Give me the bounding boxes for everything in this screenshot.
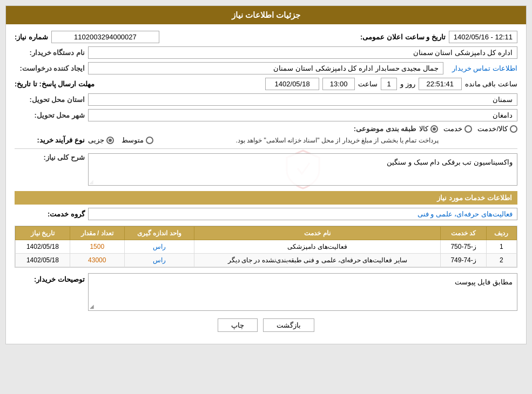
province-value: سمنان — [88, 93, 517, 106]
remaining-value: 22:51:41 — [419, 78, 462, 90]
back-button[interactable]: بازگشت — [263, 318, 314, 332]
category-khidmat-label: خدمت — [443, 125, 462, 133]
creator-label: ایجاد کننده درخواست: — [15, 64, 85, 72]
table-cell: 1 — [486, 240, 516, 254]
deadline-label: مهلت ارسال پاسخ: تا تاریخ: — [15, 80, 95, 88]
radio-minor-icon — [106, 137, 114, 144]
table-cell: 2 — [486, 254, 516, 267]
table-cell: 1402/05/18 — [16, 254, 70, 267]
category-kala-khidmat-label: کالا/خدمت — [477, 125, 508, 133]
purchase-medium: متوسط — [122, 136, 153, 144]
table-body: 1ز-75-750فعالیت‌های دامپزشکیراس15001402/… — [16, 240, 517, 267]
table-head: ردیف کد خدمت نام خدمت واحد اندازه گیری ت… — [16, 227, 517, 240]
time-value: 13:00 — [322, 78, 355, 90]
announce-group: 1402/05/16 - 12:11 تاریخ و ساعت اعلان عم… — [360, 31, 517, 43]
creator-value: جمال مجیدی حسابدار اداره کل دامپزشکی است… — [88, 62, 443, 74]
deadline-row: ساعت باقی مانده 22:51:41 روز و 1 ساعت 13… — [15, 78, 517, 90]
date-value: 1402/05/18 — [265, 78, 319, 90]
creator-row: اطلاعات تماس خریدار جمال مجیدی حسابدار ا… — [15, 62, 517, 74]
need-number-value: 1102003294000027 — [51, 31, 159, 43]
table-row: 2ز-74-749سایر فعالیت‌های حرفه‌ای، علمی و… — [16, 254, 517, 267]
table-cell: ز-74-749 — [441, 254, 486, 267]
announce-label: تاریخ و ساعت اعلان عمومی: — [360, 33, 446, 41]
purchase-type-label: نوع فرآیند خرید: — [15, 136, 85, 144]
announce-value: 1402/05/16 - 12:11 — [449, 31, 517, 43]
col-row-num: ردیف — [486, 227, 516, 240]
buttons-row: بازگشت چاپ — [15, 318, 517, 332]
service-group-link[interactable]: فعالیت‌های حرفه‌ای، علمی و فنی — [417, 210, 513, 218]
table-cell: راس — [124, 254, 194, 267]
content-area: 1402/05/16 - 12:11 تاریخ و ساعت اعلان عم… — [6, 24, 526, 344]
table-header-row: ردیف کد خدمت نام خدمت واحد اندازه گیری ت… — [16, 227, 517, 240]
table-cell: ز-75-750 — [441, 240, 486, 254]
services-table: ردیف کد خدمت نام خدمت واحد اندازه گیری ت… — [15, 226, 517, 267]
unit-link[interactable]: راس — [153, 243, 166, 250]
purchase-minor: جزیی — [88, 136, 114, 144]
remaining-label: ساعت باقی مانده — [465, 80, 517, 88]
time-label-text: ساعت — [358, 80, 378, 88]
col-code: کد خدمت — [441, 227, 486, 240]
buyer-desc-value: مطابق فایل پیوست — [455, 278, 513, 286]
category-khidmat: خدمت — [443, 125, 472, 133]
category-options: کالا/خدمت خدمت کالا — [419, 125, 517, 133]
need-description-label: شرح کلی نیاز: — [15, 153, 85, 161]
unit-link[interactable]: راس — [153, 256, 166, 264]
col-name: نام خدمت — [194, 227, 441, 240]
need-number-label: شماره نیاز: — [15, 33, 48, 41]
category-kala-khidmat: کالا/خدمت — [477, 125, 517, 133]
page-wrapper: جزئیات اطلاعات نیاز 1402/05/16 - 12:11 ت… — [0, 0, 532, 394]
service-group-row: فعالیت‌های حرفه‌ای، علمی و فنی گروه خدمت… — [15, 208, 517, 220]
need-description-row: واکسیناسیون تب برفکی دام سبک و سنگین ◢ ش… — [15, 153, 517, 186]
radio-kala-khidmat-icon — [510, 125, 517, 133]
contact-link[interactable]: اطلاعات تماس خریدار — [452, 64, 517, 72]
table-cell: سایر فعالیت‌های حرفه‌ای، علمی و فنی طبقه… — [194, 254, 441, 267]
buyer-org-label: نام دستگاه خریدار: — [15, 49, 85, 57]
category-label: طبقه بندی موضوعی: — [346, 125, 416, 133]
col-unit: واحد اندازه گیری — [124, 227, 194, 240]
buyer-org-row: اداره کل دامپزشکی استان سمنان نام دستگاه… — [15, 46, 517, 59]
purchase-note: پرداخت تمام یا بخشی از مبلغ خریدار از مح… — [157, 137, 517, 144]
purchase-options: متوسط جزیی — [88, 136, 153, 144]
category-row: کالا/خدمت خدمت کالا طبقه بندی موضوعی: — [15, 125, 517, 133]
table-cell: 1402/05/18 — [16, 240, 70, 254]
purchase-type-row: پرداخت تمام یا بخشی از مبلغ خریدار از مح… — [15, 136, 517, 144]
province-label: استان محل تحویل: — [15, 96, 85, 104]
main-container: جزئیات اطلاعات نیاز 1402/05/16 - 12:11 ت… — [5, 5, 527, 344]
days-value: 1 — [381, 78, 397, 90]
table-cell: 1500 — [70, 240, 124, 254]
buyer-org-value: اداره کل دامپزشکی استان سمنان — [88, 46, 517, 59]
purchase-minor-label: جزیی — [88, 136, 104, 144]
buyer-desc-label: توصیحات خریدار: — [15, 273, 85, 283]
need-desc-container: واکسیناسیون تب برفکی دام سبک و سنگین ◢ — [88, 153, 517, 186]
col-date: تاریخ نیاز — [16, 227, 70, 240]
col-qty: تعداد / مقدار — [70, 227, 124, 240]
top-row: 1402/05/16 - 12:11 تاریخ و ساعت اعلان عم… — [15, 31, 517, 43]
category-kala-label: کالا — [419, 125, 428, 133]
buyer-desc-row: مطابق فایل پیوست ◢ توصیحات خریدار: — [15, 273, 517, 311]
buyer-desc-resize-icon: ◢ — [90, 303, 94, 309]
page-header: جزئیات اطلاعات نیاز — [6, 6, 526, 24]
page-title: جزئیات اطلاعات نیاز — [232, 10, 300, 19]
city-value: دامغان — [88, 109, 517, 121]
service-group-value: فعالیت‌های حرفه‌ای، علمی و فنی — [88, 208, 517, 220]
need-number-group: 1102003294000027 شماره نیاز: — [15, 31, 159, 43]
deadline-parts: ساعت باقی مانده 22:51:41 روز و 1 ساعت 13… — [98, 78, 517, 90]
city-row: دامغان شهر محل تحویل: — [15, 109, 517, 121]
radio-khidmat-icon — [464, 125, 472, 133]
print-button[interactable]: چاپ — [218, 318, 258, 332]
radio-kala-icon — [430, 125, 438, 133]
buyer-desc-box: مطابق فایل پیوست ◢ — [88, 273, 517, 311]
service-group-label: گروه خدمت: — [15, 210, 85, 218]
need-description-value: واکسیناسیون تب برفکی دام سبک و سنگین — [88, 153, 517, 186]
category-kala: کالا — [419, 125, 438, 133]
city-label: شهر محل تحویل: — [15, 111, 85, 119]
table-row: 1ز-75-750فعالیت‌های دامپزشکیراس15001402/… — [16, 240, 517, 254]
table-cell: راس — [124, 240, 194, 254]
province-row: سمنان استان محل تحویل: — [15, 93, 517, 106]
services-table-container: ردیف کد خدمت نام خدمت واحد اندازه گیری ت… — [15, 226, 517, 268]
radio-medium-icon — [146, 137, 153, 144]
services-section-title: اطلاعات خدمات مورد نیاز — [15, 191, 517, 205]
purchase-medium-label: متوسط — [122, 136, 144, 144]
day-label: روز و — [400, 80, 415, 88]
table-cell: 43000 — [70, 254, 124, 267]
